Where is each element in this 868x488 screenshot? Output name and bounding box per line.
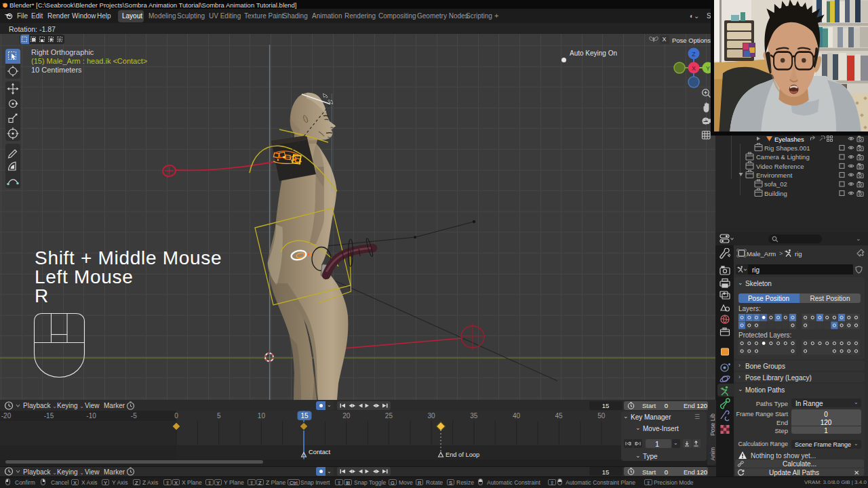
- svg-text:Y: Y: [706, 65, 710, 72]
- svg-text:Z: Z: [692, 51, 696, 58]
- svg-text:30: 30: [427, 412, 435, 420]
- svg-text:15: 15: [300, 412, 309, 420]
- svg-text:-15: -15: [44, 412, 54, 420]
- svg-text:10: 10: [258, 412, 266, 420]
- svg-text:20: 20: [342, 412, 351, 420]
- svg-text:50: 50: [597, 412, 606, 420]
- svg-text:-10: -10: [86, 412, 96, 420]
- svg-text:Contact: Contact: [309, 449, 330, 455]
- svg-text:-20: -20: [1, 412, 12, 420]
- svg-text:45: 45: [555, 412, 563, 420]
- svg-text:35: 35: [470, 412, 478, 420]
- svg-text:-5: -5: [131, 412, 137, 420]
- svg-text:25: 25: [385, 412, 393, 420]
- svg-text:40: 40: [513, 412, 521, 420]
- svg-text:End of Loop: End of Loop: [446, 451, 479, 458]
- svg-text:5: 5: [217, 412, 221, 420]
- svg-text:0: 0: [174, 412, 178, 420]
- svg-text:X: X: [692, 65, 696, 72]
